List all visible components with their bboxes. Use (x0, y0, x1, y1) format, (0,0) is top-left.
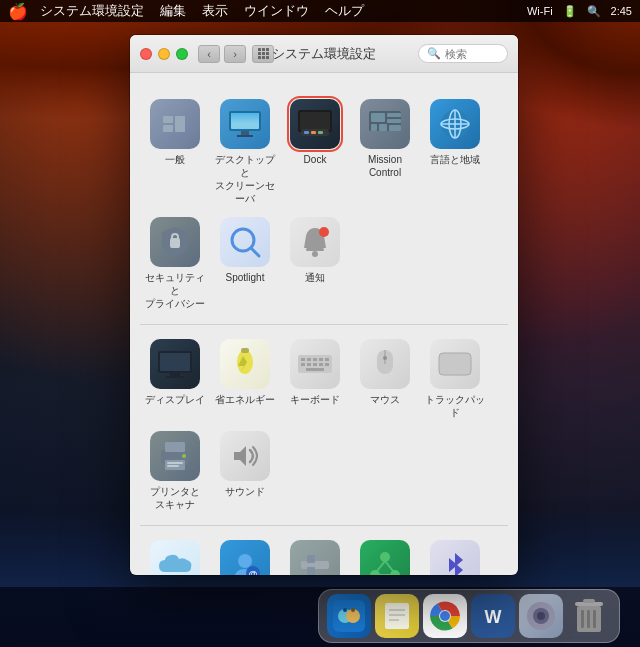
dock-finder[interactable] (327, 594, 371, 638)
menubar: 🍎 システム環境設定 編集 表示 ウインドウ ヘルプ Wi-Fi 🔋 🔍 2:4… (0, 0, 640, 22)
icon-mouse[interactable]: マウス (350, 333, 420, 425)
back-button[interactable]: ‹ (198, 45, 220, 63)
search-box[interactable]: 🔍 (418, 44, 508, 63)
label-mission: Mission Control (368, 153, 402, 179)
icons-container: 一般 デスクトップと スクリーンセーバ (130, 73, 518, 575)
svg-rect-19 (379, 124, 387, 131)
svg-rect-121 (385, 603, 409, 629)
label-desktop: デスクトップと スクリーンセーバ (214, 153, 276, 205)
svg-rect-0 (163, 116, 173, 123)
dock-syspref[interactable] (519, 594, 563, 638)
label-keyboard: キーボード (290, 393, 340, 406)
svg-rect-60 (167, 465, 179, 467)
icon-energy[interactable]: 省エネルギー (210, 333, 280, 425)
svg-rect-47 (307, 363, 311, 366)
label-energy: 省エネルギー (215, 393, 275, 406)
svg-rect-138 (583, 599, 595, 603)
label-lang: 言語と地域 (430, 153, 480, 166)
label-printer: プリンタと スキャナ (150, 485, 200, 511)
svg-line-29 (251, 248, 259, 256)
label-spotlight: Spotlight (226, 271, 265, 284)
svg-point-31 (312, 251, 318, 257)
dock-notes[interactable] (375, 594, 419, 638)
nav-buttons: ‹ › (198, 45, 246, 63)
forward-button[interactable]: › (224, 45, 246, 63)
svg-point-54 (383, 356, 387, 360)
icon-mission[interactable]: Mission Control (350, 93, 420, 211)
svg-rect-44 (319, 358, 323, 361)
close-button[interactable] (140, 48, 152, 60)
titlebar: ‹ › システム環境設定 🔍 (130, 35, 518, 73)
icon-extensions[interactable]: 機能拡張 (280, 534, 350, 575)
svg-marker-62 (234, 446, 246, 466)
menu-edit[interactable]: 編集 (160, 2, 186, 20)
icon-display[interactable]: ディスプレイ (140, 333, 210, 425)
svg-rect-67 (307, 555, 315, 563)
dock-chrome[interactable] (423, 594, 467, 638)
svg-rect-2 (175, 116, 185, 132)
icon-desktop[interactable]: デスクトップと スクリーンセーバ (210, 93, 280, 211)
svg-rect-136 (593, 610, 596, 628)
svg-rect-7 (237, 135, 253, 137)
icon-icloud[interactable]: iCloud (140, 534, 210, 575)
svg-rect-6 (241, 131, 249, 135)
label-trackpad: トラックパッド (424, 393, 486, 419)
label-dock: Dock (304, 153, 327, 166)
window-title: システム環境設定 (272, 45, 376, 63)
svg-point-69 (380, 552, 390, 562)
svg-rect-68 (307, 567, 315, 575)
icon-network[interactable]: ネットワーク (350, 534, 420, 575)
svg-rect-48 (313, 363, 317, 366)
menu-window[interactable]: ウインドウ (244, 2, 309, 20)
menu-help[interactable]: ヘルプ (325, 2, 364, 20)
svg-rect-43 (313, 358, 317, 361)
svg-point-120 (351, 608, 355, 612)
maximize-button[interactable] (176, 48, 188, 60)
svg-point-61 (182, 454, 186, 458)
dock: W (318, 589, 620, 643)
svg-rect-46 (301, 363, 305, 366)
svg-point-32 (319, 227, 329, 237)
menu-syspref[interactable]: システム環境設定 (40, 2, 144, 20)
menu-right: Wi-Fi 🔋 🔍 2:45 (527, 5, 632, 18)
grid-view-button[interactable] (252, 45, 274, 63)
dock-word[interactable]: W (471, 594, 515, 638)
dock-trash[interactable] (567, 594, 611, 638)
svg-text:W: W (485, 607, 502, 627)
svg-rect-55 (439, 353, 471, 375)
icon-dock[interactable]: Dock (280, 93, 350, 211)
icon-lang[interactable]: 言語と地域 (420, 93, 490, 211)
icon-notif[interactable]: 通知 (280, 211, 350, 316)
traffic-lights (140, 48, 188, 60)
search-icon: 🔍 (427, 47, 441, 60)
apple-menu[interactable]: 🍎 (8, 2, 28, 21)
icon-general[interactable]: 一般 (140, 93, 210, 211)
svg-rect-34 (160, 353, 190, 371)
svg-rect-135 (587, 610, 590, 628)
icon-bluetooth[interactable]: Bluetooth (420, 534, 490, 575)
icon-keyboard[interactable]: キーボード (280, 333, 350, 425)
svg-rect-51 (306, 368, 324, 371)
icon-internet[interactable]: @ インターネット アカウント (210, 534, 280, 575)
icon-printer[interactable]: プリンタと スキャナ (140, 425, 210, 517)
svg-rect-45 (325, 358, 329, 361)
svg-rect-18 (371, 124, 377, 131)
label-sound: サウンド (225, 485, 265, 498)
icon-trackpad[interactable]: トラックパッド (420, 333, 490, 425)
icon-spotlight[interactable]: Spotlight (210, 211, 280, 316)
menu-view[interactable]: 表示 (202, 2, 228, 20)
section-personal: 一般 デスクトップと スクリーンセーバ (140, 85, 508, 325)
svg-rect-41 (301, 358, 305, 361)
minimize-button[interactable] (158, 48, 170, 60)
search-input[interactable] (445, 48, 500, 60)
svg-rect-35 (170, 373, 180, 376)
svg-point-71 (390, 570, 400, 575)
svg-rect-1 (163, 125, 173, 132)
svg-rect-17 (387, 119, 401, 123)
icon-security[interactable]: セキュリティと プライバシー (140, 211, 210, 316)
svg-rect-16 (387, 113, 401, 117)
icon-sound[interactable]: サウンド (210, 425, 280, 517)
svg-line-73 (385, 561, 393, 571)
svg-point-119 (343, 608, 347, 612)
svg-rect-36 (166, 376, 184, 378)
